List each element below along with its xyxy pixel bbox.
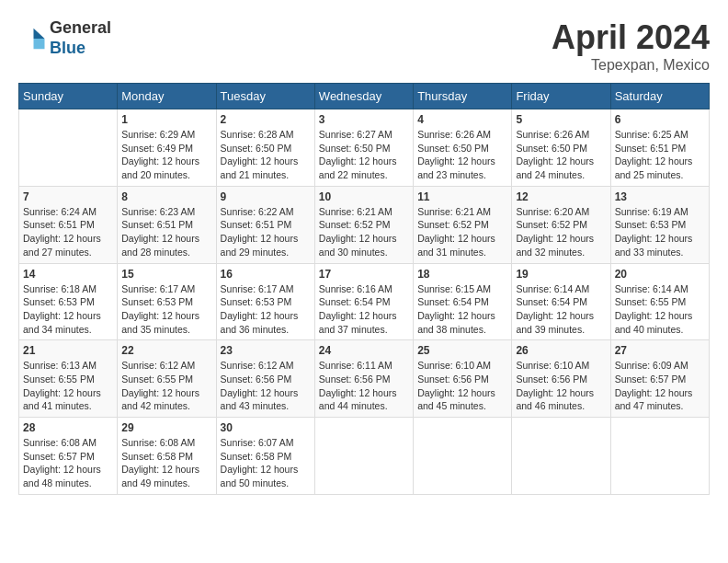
calendar-cell: 15Sunrise: 6:17 AM Sunset: 6:53 PM Dayli… <box>118 263 216 340</box>
day-number: 21 <box>23 344 113 357</box>
day-number: 27 <box>615 344 705 357</box>
day-number: 12 <box>516 190 606 203</box>
logo-icon <box>18 25 46 52</box>
cell-content: Sunrise: 6:15 AM Sunset: 6:54 PM Dayligh… <box>417 282 507 337</box>
cell-content: Sunrise: 6:19 AM Sunset: 6:53 PM Dayligh… <box>615 205 705 259</box>
day-number: 26 <box>516 344 606 357</box>
cell-content: Sunrise: 6:09 AM Sunset: 6:57 PM Dayligh… <box>615 359 705 413</box>
cell-content: Sunrise: 6:22 AM Sunset: 6:51 PM Dayligh… <box>221 205 311 259</box>
column-header-thursday: Thursday <box>414 84 512 109</box>
calendar-cell: 23Sunrise: 6:12 AM Sunset: 6:56 PM Dayli… <box>216 340 314 418</box>
day-number: 19 <box>516 268 606 281</box>
cell-content: Sunrise: 6:10 AM Sunset: 6:56 PM Dayligh… <box>516 359 606 413</box>
logo: General Blue <box>18 18 111 58</box>
calendar-cell: 25Sunrise: 6:10 AM Sunset: 6:56 PM Dayli… <box>414 340 512 418</box>
svg-marker-1 <box>34 39 45 49</box>
day-number: 9 <box>221 190 311 203</box>
title-block: April 2024 Tepexpan, Mexico <box>552 18 710 74</box>
column-header-sunday: Sunday <box>19 84 118 109</box>
cell-content: Sunrise: 6:18 AM Sunset: 6:53 PM Dayligh… <box>23 282 113 337</box>
cell-content: Sunrise: 6:29 AM Sunset: 6:49 PM Dayligh… <box>121 128 211 182</box>
calendar-cell: 30Sunrise: 6:07 AM Sunset: 6:58 PM Dayli… <box>216 418 314 495</box>
calendar-cell: 2Sunrise: 6:28 AM Sunset: 6:50 PM Daylig… <box>216 109 314 187</box>
calendar-cell: 3Sunrise: 6:27 AM Sunset: 6:50 PM Daylig… <box>314 109 413 187</box>
calendar-cell: 13Sunrise: 6:19 AM Sunset: 6:53 PM Dayli… <box>610 186 709 263</box>
location-title: Tepexpan, Mexico <box>552 57 710 74</box>
day-number: 4 <box>417 113 507 126</box>
calendar-cell: 29Sunrise: 6:08 AM Sunset: 6:58 PM Dayli… <box>118 418 216 495</box>
column-header-friday: Friday <box>512 84 610 109</box>
day-number: 28 <box>23 421 113 434</box>
day-number: 30 <box>221 421 311 434</box>
cell-content: Sunrise: 6:10 AM Sunset: 6:56 PM Dayligh… <box>417 359 507 413</box>
calendar-cell: 26Sunrise: 6:10 AM Sunset: 6:56 PM Dayli… <box>512 340 610 418</box>
day-number: 11 <box>417 190 507 203</box>
day-number: 24 <box>319 344 409 357</box>
cell-content: Sunrise: 6:21 AM Sunset: 6:52 PM Dayligh… <box>417 205 507 259</box>
cell-content: Sunrise: 6:26 AM Sunset: 6:50 PM Dayligh… <box>516 128 606 182</box>
calendar-cell: 19Sunrise: 6:14 AM Sunset: 6:54 PM Dayli… <box>512 263 610 340</box>
calendar-week-row: 1Sunrise: 6:29 AM Sunset: 6:49 PM Daylig… <box>19 109 710 187</box>
day-number: 14 <box>23 268 113 281</box>
calendar-header-row: SundayMondayTuesdayWednesdayThursdayFrid… <box>19 84 710 109</box>
calendar-cell: 5Sunrise: 6:26 AM Sunset: 6:50 PM Daylig… <box>512 109 610 187</box>
day-number: 1 <box>121 113 211 126</box>
cell-content: Sunrise: 6:11 AM Sunset: 6:56 PM Dayligh… <box>319 359 409 413</box>
cell-content: Sunrise: 6:26 AM Sunset: 6:50 PM Dayligh… <box>417 128 507 182</box>
cell-content: Sunrise: 6:17 AM Sunset: 6:53 PM Dayligh… <box>221 282 311 337</box>
cell-content: Sunrise: 6:12 AM Sunset: 6:56 PM Dayligh… <box>221 359 311 413</box>
column-header-monday: Monday <box>118 84 216 109</box>
calendar-cell: 1Sunrise: 6:29 AM Sunset: 6:49 PM Daylig… <box>118 109 216 187</box>
day-number: 23 <box>221 344 311 357</box>
cell-content: Sunrise: 6:13 AM Sunset: 6:55 PM Dayligh… <box>23 359 113 413</box>
cell-content: Sunrise: 6:07 AM Sunset: 6:58 PM Dayligh… <box>221 436 311 490</box>
calendar-cell: 22Sunrise: 6:12 AM Sunset: 6:55 PM Dayli… <box>118 340 216 418</box>
cell-content: Sunrise: 6:28 AM Sunset: 6:50 PM Dayligh… <box>221 128 311 182</box>
calendar-cell: 12Sunrise: 6:20 AM Sunset: 6:52 PM Dayli… <box>512 186 610 263</box>
calendar-cell: 4Sunrise: 6:26 AM Sunset: 6:50 PM Daylig… <box>414 109 512 187</box>
cell-content: Sunrise: 6:23 AM Sunset: 6:51 PM Dayligh… <box>121 205 211 259</box>
calendar-cell: 27Sunrise: 6:09 AM Sunset: 6:57 PM Dayli… <box>610 340 709 418</box>
day-number: 8 <box>121 190 211 203</box>
calendar-cell: 6Sunrise: 6:25 AM Sunset: 6:51 PM Daylig… <box>610 109 709 187</box>
calendar-cell: 24Sunrise: 6:11 AM Sunset: 6:56 PM Dayli… <box>314 340 413 418</box>
day-number: 29 <box>121 421 211 434</box>
cell-content: Sunrise: 6:16 AM Sunset: 6:54 PM Dayligh… <box>319 282 409 337</box>
cell-content: Sunrise: 6:08 AM Sunset: 6:58 PM Dayligh… <box>121 436 211 490</box>
calendar-table: SundayMondayTuesdayWednesdayThursdayFrid… <box>18 83 710 495</box>
calendar-cell: 18Sunrise: 6:15 AM Sunset: 6:54 PM Dayli… <box>414 263 512 340</box>
cell-content: Sunrise: 6:20 AM Sunset: 6:52 PM Dayligh… <box>516 205 606 259</box>
day-number: 16 <box>221 268 311 281</box>
day-number: 5 <box>516 113 606 126</box>
calendar-cell: 10Sunrise: 6:21 AM Sunset: 6:52 PM Dayli… <box>314 186 413 263</box>
calendar-cell: 7Sunrise: 6:24 AM Sunset: 6:51 PM Daylig… <box>19 186 118 263</box>
day-number: 13 <box>615 190 705 203</box>
column-header-tuesday: Tuesday <box>216 84 314 109</box>
column-header-saturday: Saturday <box>610 84 709 109</box>
page-header: General Blue April 2024 Tepexpan, Mexico <box>18 18 710 74</box>
day-number: 6 <box>615 113 705 126</box>
calendar-cell: 11Sunrise: 6:21 AM Sunset: 6:52 PM Dayli… <box>414 186 512 263</box>
day-number: 2 <box>221 113 311 126</box>
calendar-week-row: 7Sunrise: 6:24 AM Sunset: 6:51 PM Daylig… <box>19 186 710 263</box>
month-title: April 2024 <box>552 18 710 57</box>
day-number: 22 <box>121 344 211 357</box>
cell-content: Sunrise: 6:25 AM Sunset: 6:51 PM Dayligh… <box>615 128 705 182</box>
cell-content: Sunrise: 6:27 AM Sunset: 6:50 PM Dayligh… <box>319 128 409 182</box>
cell-content: Sunrise: 6:12 AM Sunset: 6:55 PM Dayligh… <box>121 359 211 413</box>
cell-content: Sunrise: 6:14 AM Sunset: 6:54 PM Dayligh… <box>516 282 606 337</box>
svg-marker-0 <box>34 28 45 38</box>
calendar-week-row: 14Sunrise: 6:18 AM Sunset: 6:53 PM Dayli… <box>19 263 710 340</box>
calendar-cell <box>314 418 413 495</box>
day-number: 15 <box>121 268 211 281</box>
calendar-week-row: 21Sunrise: 6:13 AM Sunset: 6:55 PM Dayli… <box>19 340 710 418</box>
calendar-cell: 9Sunrise: 6:22 AM Sunset: 6:51 PM Daylig… <box>216 186 314 263</box>
day-number: 10 <box>319 190 409 203</box>
logo-blue: Blue <box>50 39 85 57</box>
calendar-cell: 21Sunrise: 6:13 AM Sunset: 6:55 PM Dayli… <box>19 340 118 418</box>
calendar-cell: 14Sunrise: 6:18 AM Sunset: 6:53 PM Dayli… <box>19 263 118 340</box>
column-header-wednesday: Wednesday <box>314 84 413 109</box>
calendar-cell: 20Sunrise: 6:14 AM Sunset: 6:55 PM Dayli… <box>610 263 709 340</box>
day-number: 25 <box>417 344 507 357</box>
day-number: 7 <box>23 190 113 203</box>
